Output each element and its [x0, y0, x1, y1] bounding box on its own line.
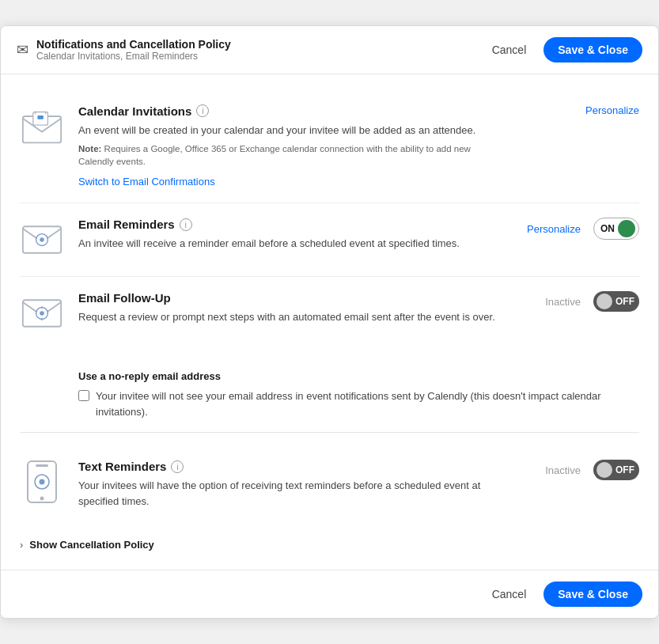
- text-reminders-content: Text Reminders i Your invitees will have…: [78, 460, 498, 513]
- email-followup-inactive-label: Inactive: [545, 296, 581, 308]
- svg-point-7: [40, 238, 44, 243]
- calendar-invitations-note: Note: Requires a Google, Office 365 or E…: [78, 142, 498, 168]
- modal-body: Calendar Invitations i An event will be …: [1, 74, 658, 570]
- header-actions: Cancel Save & Close: [483, 37, 642, 63]
- email-followup-main-row: Email Follow-Up Request a review or prom…: [20, 291, 639, 335]
- modal-header: ✉ Notifications and Cancellation Policy …: [1, 26, 658, 74]
- text-reminders-info-icon[interactable]: i: [171, 460, 184, 473]
- email-reminders-desc: An invitee will receive a reminder email…: [78, 236, 498, 252]
- email-followup-content: Email Follow-Up Request a review or prom…: [78, 291, 498, 330]
- text-reminders-actions: Inactive OFF: [513, 460, 639, 480]
- cancellation-chevron-icon: ›: [20, 539, 23, 551]
- calendar-personalize-link[interactable]: Personalize: [585, 104, 639, 116]
- header-text-block: Notifications and Cancellation Policy Ca…: [36, 38, 231, 62]
- email-reminders-header: Email Reminders i: [78, 218, 498, 231]
- email-reminders-content: Email Reminders i An invitee will receiv…: [78, 218, 498, 256]
- email-followup-header: Email Follow-Up: [78, 291, 498, 305]
- cancellation-label: Show Cancellation Policy: [29, 539, 153, 551]
- text-reminders-inactive-label: Inactive: [545, 464, 581, 476]
- text-reminders-toggle[interactable]: OFF: [593, 460, 639, 480]
- email-reminders-toggle[interactable]: ON: [593, 218, 639, 240]
- text-reminders-desc: Your invitees will have the option of re…: [78, 478, 498, 509]
- svg-rect-12: [36, 464, 48, 467]
- no-reply-checkbox-row: Your invitee will not see your email add…: [78, 388, 639, 419]
- footer-save-button[interactable]: Save & Close: [543, 581, 642, 607]
- text-reminders-header: Text Reminders i: [78, 460, 498, 473]
- no-reply-title: Use a no-reply email address: [78, 370, 639, 382]
- text-reminders-title: Text Reminders: [78, 460, 166, 473]
- text-reminders-toggle-dot: [597, 462, 612, 478]
- envelope-header-icon: ✉: [17, 41, 28, 59]
- calendar-invitations-desc: An event will be created in your calenda…: [78, 123, 498, 138]
- email-followup-toggle-label: OFF: [615, 296, 634, 307]
- header-title-area: ✉ Notifications and Cancellation Policy …: [17, 38, 231, 62]
- svg-point-10: [40, 312, 44, 316]
- email-followup-desc: Request a review or prompt next steps wi…: [78, 309, 498, 325]
- calendar-invitations-content: Calendar Invitations i An event will be …: [78, 104, 498, 189]
- email-followup-toggle-dot: [597, 294, 612, 309]
- email-followup-toggle[interactable]: OFF: [593, 291, 639, 312]
- no-reply-checkbox[interactable]: [78, 390, 89, 401]
- footer-cancel-button[interactable]: Cancel: [483, 583, 536, 605]
- section-divider: [20, 432, 639, 433]
- modal-footer: Cancel Save & Close: [1, 570, 658, 618]
- calendar-invitations-actions: Personalize: [513, 104, 639, 116]
- email-reminders-toggle-dot: [618, 220, 635, 237]
- email-followup-icon: [20, 291, 64, 335]
- no-reply-section: Use a no-reply email address Your invite…: [20, 362, 639, 419]
- modal-title: Notifications and Cancellation Policy: [36, 38, 231, 51]
- email-reminders-toggle-label: ON: [600, 223, 615, 234]
- email-followup-section: Email Follow-Up Request a review or prom…: [20, 277, 639, 419]
- cancellation-policy-row[interactable]: › Show Cancellation Policy: [20, 528, 639, 554]
- email-reminders-section: Email Reminders i An invitee will receiv…: [20, 203, 639, 277]
- calendar-invitations-section: Calendar Invitations i An event will be …: [20, 90, 639, 204]
- svg-rect-2: [37, 116, 43, 119]
- text-reminders-toggle-label: OFF: [615, 464, 634, 475]
- calendar-invitations-title: Calendar Invitations: [78, 104, 191, 118]
- email-reminders-title: Email Reminders: [78, 218, 175, 231]
- header-save-button[interactable]: Save & Close: [543, 37, 642, 63]
- svg-point-15: [40, 479, 45, 485]
- no-reply-label: Your invitee will not see your email add…: [96, 388, 639, 419]
- email-followup-actions: Inactive OFF: [513, 291, 639, 312]
- switch-email-confirmations-link[interactable]: Switch to Email Confirmations: [78, 176, 215, 188]
- email-reminders-actions: Personalize ON: [513, 218, 639, 240]
- calendar-invitations-header: Calendar Invitations i: [78, 104, 498, 118]
- header-cancel-button[interactable]: Cancel: [483, 39, 536, 61]
- modal-container: ✉ Notifications and Cancellation Policy …: [0, 25, 659, 619]
- email-reminders-icon: [20, 218, 64, 262]
- modal-subtitle: Calendar Invitations, Email Reminders: [36, 51, 231, 62]
- text-reminders-icon: [20, 460, 64, 504]
- calendar-invitations-icon: [20, 104, 64, 149]
- calendar-invitations-info-icon[interactable]: i: [196, 104, 209, 117]
- text-reminders-section: Text Reminders i Your invitees will have…: [20, 445, 639, 528]
- email-followup-title: Email Follow-Up: [78, 291, 171, 305]
- svg-point-13: [40, 497, 44, 501]
- email-reminders-info-icon[interactable]: i: [180, 218, 192, 231]
- email-reminders-personalize-link[interactable]: Personalize: [527, 223, 581, 235]
